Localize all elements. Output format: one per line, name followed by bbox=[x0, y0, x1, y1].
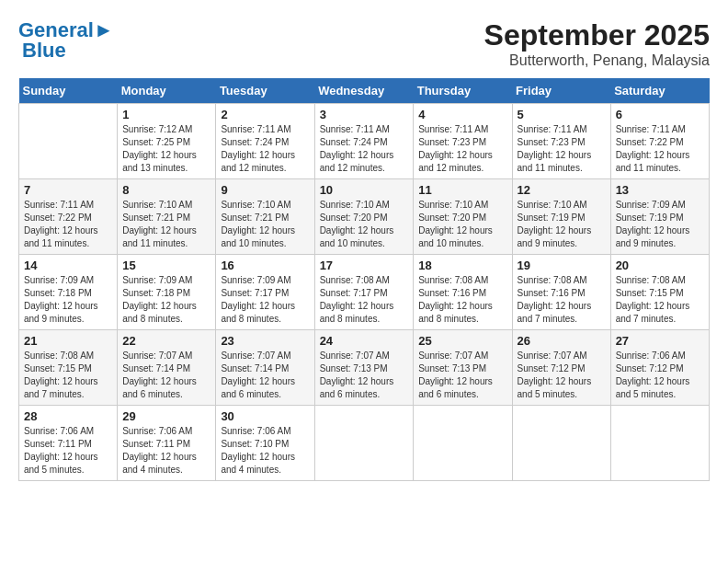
day-info: Sunrise: 7:07 AMSunset: 7:13 PMDaylight:… bbox=[418, 350, 506, 401]
day-number: 24 bbox=[320, 334, 409, 348]
day-info: Sunrise: 7:07 AMSunset: 7:14 PMDaylight:… bbox=[221, 350, 309, 401]
calendar-cell: 29Sunrise: 7:06 AMSunset: 7:11 PMDayligh… bbox=[118, 406, 216, 481]
calendar-cell bbox=[414, 406, 512, 481]
calendar-cell: 6Sunrise: 7:11 AMSunset: 7:22 PMDaylight… bbox=[610, 104, 709, 179]
day-number: 18 bbox=[418, 259, 506, 272]
day-info: Sunrise: 7:09 AMSunset: 7:17 PMDaylight:… bbox=[221, 274, 309, 326]
calendar-cell: 12Sunrise: 7:10 AMSunset: 7:19 PMDayligh… bbox=[512, 179, 610, 255]
column-header-friday: Friday bbox=[512, 78, 610, 104]
calendar-cell: 22Sunrise: 7:07 AMSunset: 7:14 PMDayligh… bbox=[118, 330, 216, 406]
calendar-cell: 28Sunrise: 7:06 AMSunset: 7:11 PMDayligh… bbox=[19, 406, 118, 481]
day-info: Sunrise: 7:07 AMSunset: 7:14 PMDaylight:… bbox=[122, 350, 210, 401]
calendar-cell: 24Sunrise: 7:07 AMSunset: 7:13 PMDayligh… bbox=[314, 330, 414, 406]
column-header-tuesday: Tuesday bbox=[216, 78, 314, 104]
calendar-cell bbox=[610, 406, 709, 481]
day-info: Sunrise: 7:08 AMSunset: 7:15 PMDaylight:… bbox=[24, 350, 112, 401]
day-number: 1 bbox=[122, 108, 210, 121]
day-info: Sunrise: 7:08 AMSunset: 7:15 PMDaylight:… bbox=[616, 274, 704, 326]
day-number: 26 bbox=[518, 334, 606, 348]
day-number: 11 bbox=[418, 183, 506, 197]
calendar-cell: 10Sunrise: 7:10 AMSunset: 7:20 PMDayligh… bbox=[314, 179, 414, 255]
calendar-cell: 19Sunrise: 7:08 AMSunset: 7:16 PMDayligh… bbox=[512, 255, 610, 330]
calendar-cell: 15Sunrise: 7:09 AMSunset: 7:18 PMDayligh… bbox=[118, 255, 216, 330]
day-number: 21 bbox=[24, 334, 112, 348]
day-info: Sunrise: 7:11 AMSunset: 7:22 PMDaylight:… bbox=[24, 199, 112, 250]
page-header: General► Blue September 2025 Butterworth… bbox=[18, 18, 710, 69]
day-info: Sunrise: 7:06 AMSunset: 7:11 PMDaylight:… bbox=[122, 425, 210, 477]
calendar-cell: 26Sunrise: 7:07 AMSunset: 7:12 PMDayligh… bbox=[512, 330, 610, 406]
day-number: 30 bbox=[221, 409, 309, 423]
calendar-cell bbox=[512, 406, 610, 481]
calendar-header-row: SundayMondayTuesdayWednesdayThursdayFrid… bbox=[19, 78, 710, 104]
day-info: Sunrise: 7:10 AMSunset: 7:19 PMDaylight:… bbox=[518, 199, 606, 250]
day-info: Sunrise: 7:07 AMSunset: 7:12 PMDaylight:… bbox=[518, 350, 606, 401]
day-number: 28 bbox=[24, 409, 112, 423]
day-info: Sunrise: 7:11 AMSunset: 7:23 PMDaylight:… bbox=[418, 123, 506, 175]
day-number: 3 bbox=[320, 108, 409, 121]
calendar-cell: 5Sunrise: 7:11 AMSunset: 7:23 PMDaylight… bbox=[512, 104, 610, 179]
calendar-cell: 17Sunrise: 7:08 AMSunset: 7:17 PMDayligh… bbox=[314, 255, 414, 330]
calendar-cell: 21Sunrise: 7:08 AMSunset: 7:15 PMDayligh… bbox=[19, 330, 118, 406]
day-number: 12 bbox=[518, 183, 606, 197]
title-section: September 2025 Butterworth, Penang, Mala… bbox=[484, 18, 710, 69]
calendar-week-5: 28Sunrise: 7:06 AMSunset: 7:11 PMDayligh… bbox=[19, 406, 710, 481]
day-info: Sunrise: 7:07 AMSunset: 7:13 PMDaylight:… bbox=[320, 350, 409, 401]
calendar-cell: 14Sunrise: 7:09 AMSunset: 7:18 PMDayligh… bbox=[19, 255, 118, 330]
calendar-cell: 16Sunrise: 7:09 AMSunset: 7:17 PMDayligh… bbox=[216, 255, 314, 330]
day-number: 19 bbox=[518, 259, 606, 272]
day-info: Sunrise: 7:06 AMSunset: 7:12 PMDaylight:… bbox=[616, 350, 704, 401]
day-number: 6 bbox=[616, 108, 704, 121]
page-subtitle: Butterworth, Penang, Malaysia bbox=[484, 52, 710, 69]
calendar-cell: 18Sunrise: 7:08 AMSunset: 7:16 PMDayligh… bbox=[414, 255, 512, 330]
day-info: Sunrise: 7:08 AMSunset: 7:16 PMDaylight:… bbox=[518, 274, 606, 326]
day-number: 4 bbox=[418, 108, 506, 121]
calendar-table: SundayMondayTuesdayWednesdayThursdayFrid… bbox=[18, 78, 710, 481]
day-number: 25 bbox=[418, 334, 506, 348]
day-number: 5 bbox=[518, 108, 606, 121]
calendar-cell: 9Sunrise: 7:10 AMSunset: 7:21 PMDaylight… bbox=[216, 179, 314, 255]
calendar-cell bbox=[314, 406, 414, 481]
column-header-saturday: Saturday bbox=[610, 78, 709, 104]
calendar-cell: 25Sunrise: 7:07 AMSunset: 7:13 PMDayligh… bbox=[414, 330, 512, 406]
day-info: Sunrise: 7:09 AMSunset: 7:19 PMDaylight:… bbox=[616, 199, 704, 250]
calendar-cell: 11Sunrise: 7:10 AMSunset: 7:20 PMDayligh… bbox=[414, 179, 512, 255]
day-number: 15 bbox=[122, 259, 210, 272]
day-number: 29 bbox=[122, 409, 210, 423]
day-number: 2 bbox=[221, 108, 309, 121]
calendar-cell: 20Sunrise: 7:08 AMSunset: 7:15 PMDayligh… bbox=[610, 255, 709, 330]
column-header-thursday: Thursday bbox=[414, 78, 512, 104]
day-info: Sunrise: 7:11 AMSunset: 7:24 PMDaylight:… bbox=[320, 123, 409, 175]
day-info: Sunrise: 7:06 AMSunset: 7:10 PMDaylight:… bbox=[221, 425, 309, 477]
calendar-cell: 2Sunrise: 7:11 AMSunset: 7:24 PMDaylight… bbox=[216, 104, 314, 179]
day-info: Sunrise: 7:10 AMSunset: 7:20 PMDaylight:… bbox=[418, 199, 506, 250]
logo: General► Blue bbox=[18, 18, 114, 63]
column-header-wednesday: Wednesday bbox=[314, 78, 414, 104]
calendar-cell: 4Sunrise: 7:11 AMSunset: 7:23 PMDaylight… bbox=[414, 104, 512, 179]
day-number: 23 bbox=[221, 334, 309, 348]
day-info: Sunrise: 7:09 AMSunset: 7:18 PMDaylight:… bbox=[24, 274, 112, 326]
day-number: 7 bbox=[24, 183, 112, 197]
calendar-week-4: 21Sunrise: 7:08 AMSunset: 7:15 PMDayligh… bbox=[19, 330, 710, 406]
calendar-cell: 1Sunrise: 7:12 AMSunset: 7:25 PMDaylight… bbox=[118, 104, 216, 179]
day-info: Sunrise: 7:10 AMSunset: 7:21 PMDaylight:… bbox=[221, 199, 309, 250]
day-number: 27 bbox=[616, 334, 704, 348]
logo-line2: Blue bbox=[22, 39, 66, 63]
day-info: Sunrise: 7:11 AMSunset: 7:24 PMDaylight:… bbox=[221, 123, 309, 175]
calendar-cell: 23Sunrise: 7:07 AMSunset: 7:14 PMDayligh… bbox=[216, 330, 314, 406]
calendar-body: 1Sunrise: 7:12 AMSunset: 7:25 PMDaylight… bbox=[19, 104, 710, 481]
page-title: September 2025 bbox=[484, 18, 710, 52]
day-number: 17 bbox=[320, 259, 409, 272]
day-number: 16 bbox=[221, 259, 309, 272]
calendar-cell: 30Sunrise: 7:06 AMSunset: 7:10 PMDayligh… bbox=[216, 406, 314, 481]
day-number: 13 bbox=[616, 183, 704, 197]
day-info: Sunrise: 7:12 AMSunset: 7:25 PMDaylight:… bbox=[122, 123, 210, 175]
day-info: Sunrise: 7:08 AMSunset: 7:16 PMDaylight:… bbox=[418, 274, 506, 326]
calendar-cell bbox=[19, 104, 118, 179]
day-number: 8 bbox=[122, 183, 210, 197]
day-info: Sunrise: 7:09 AMSunset: 7:18 PMDaylight:… bbox=[122, 274, 210, 326]
calendar-cell: 27Sunrise: 7:06 AMSunset: 7:12 PMDayligh… bbox=[610, 330, 709, 406]
day-info: Sunrise: 7:11 AMSunset: 7:23 PMDaylight:… bbox=[518, 123, 606, 175]
day-number: 20 bbox=[616, 259, 704, 272]
calendar-cell: 3Sunrise: 7:11 AMSunset: 7:24 PMDaylight… bbox=[314, 104, 414, 179]
day-info: Sunrise: 7:11 AMSunset: 7:22 PMDaylight:… bbox=[616, 123, 704, 175]
